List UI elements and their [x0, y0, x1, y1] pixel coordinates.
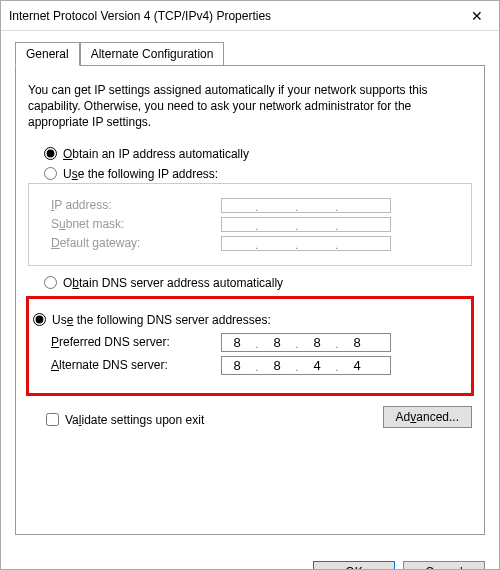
radio-use-ip-input[interactable] — [44, 167, 57, 180]
radio-obtain-dns-auto-label: Obtain DNS server address automatically — [63, 276, 283, 290]
default-gateway-row: Default gateway: . . . — [51, 236, 459, 251]
ip-address-input: . . . — [221, 198, 391, 213]
radio-obtain-ip-auto-input[interactable] — [44, 147, 57, 160]
radio-use-dns-label: Use the following DNS server addresses: — [52, 313, 271, 327]
validate-checkbox[interactable] — [46, 413, 59, 426]
validate-settings-row[interactable]: Validate settings upon exit — [46, 413, 204, 427]
radio-use-dns-input[interactable] — [33, 313, 46, 326]
window-title: Internet Protocol Version 4 (TCP/IPv4) P… — [9, 9, 455, 23]
subnet-mask-input: . . . — [221, 217, 391, 232]
cancel-button[interactable]: Cancel — [403, 561, 485, 570]
tab-panel-general: You can get IP settings assigned automat… — [15, 65, 485, 535]
validate-label: Validate settings upon exit — [65, 413, 204, 427]
tab-alternate-configuration[interactable]: Alternate Configuration — [80, 42, 225, 66]
description-text: You can get IP settings assigned automat… — [28, 82, 472, 131]
titlebar: Internet Protocol Version 4 (TCP/IPv4) P… — [1, 1, 499, 31]
dialog-button-row: OK Cancel — [1, 549, 499, 570]
content-area: General Alternate Configuration You can … — [1, 31, 499, 549]
radio-obtain-ip-auto[interactable]: Obtain an IP address automatically — [44, 147, 470, 161]
default-gateway-label: Default gateway: — [51, 236, 221, 250]
pref-dns-row: Preferred DNS server: 8. 8. 8. 8 — [51, 333, 459, 352]
tab-strip: General Alternate Configuration — [15, 42, 485, 66]
radio-use-ip-label: Use the following IP address: — [63, 167, 218, 181]
pref-dns-input[interactable]: 8. 8. 8. 8 — [221, 333, 391, 352]
ok-button[interactable]: OK — [313, 561, 395, 570]
ip-address-label: IP address: — [51, 198, 221, 212]
alt-dns-row: Alternate DNS server: 8. 8. 4. 4 — [51, 356, 459, 375]
radio-obtain-dns-auto-input[interactable] — [44, 276, 57, 289]
dns-group-highlighted: Use the following DNS server addresses: … — [26, 296, 474, 396]
alt-dns-label: Alternate DNS server: — [51, 358, 221, 372]
pref-dns-label: Preferred DNS server: — [51, 335, 221, 349]
radio-obtain-dns-auto[interactable]: Obtain DNS server address automatically — [44, 276, 470, 290]
ip-address-row: IP address: . . . — [51, 198, 459, 213]
default-gateway-input: . . . — [221, 236, 391, 251]
radio-obtain-ip-auto-label: Obtain an IP address automatically — [63, 147, 249, 161]
subnet-mask-row: Subnet mask: . . . — [51, 217, 459, 232]
tab-general[interactable]: General — [15, 42, 80, 66]
alt-dns-input[interactable]: 8. 8. 4. 4 — [221, 356, 391, 375]
close-button[interactable]: ✕ — [455, 1, 499, 31]
radio-use-dns[interactable]: Use the following DNS server addresses: — [33, 313, 457, 327]
ip-group: IP address: . . . Subnet mask: . . . D — [28, 183, 472, 266]
bottom-options-row: Validate settings upon exit Advanced... — [28, 406, 472, 428]
advanced-button[interactable]: Advanced... — [383, 406, 472, 428]
subnet-mask-label: Subnet mask: — [51, 217, 221, 231]
radio-use-ip[interactable]: Use the following IP address: — [44, 167, 470, 181]
close-icon: ✕ — [471, 8, 483, 24]
